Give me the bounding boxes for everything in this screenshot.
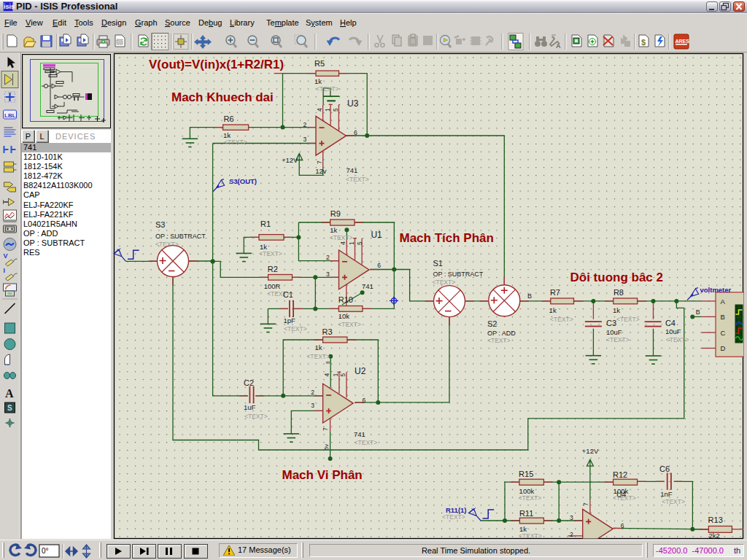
svg-text:R11(1): R11(1) [446,506,467,514]
svg-text:A: A [721,298,726,306]
svg-text:voltmeter: voltmeter [700,286,732,294]
svg-text:R1: R1 [260,219,271,228]
svg-text:U3: U3 [347,98,359,109]
svg-text:R7: R7 [550,288,560,297]
svg-text:1: 1 [332,373,339,377]
svg-text:R15: R15 [519,470,533,478]
svg-text:+12V: +12V [282,156,298,164]
svg-text:<TEXT>: <TEXT> [519,494,542,502]
svg-text:R2: R2 [268,265,278,273]
svg-text:$: $ [641,38,646,47]
svg-text:C2: C2 [244,378,254,387]
svg-text:7: 7 [322,427,329,431]
svg-text:Mach Tích Phân: Mach Tích Phân [400,231,494,245]
svg-text:0°: 0° [42,547,49,555]
svg-text:I: I [4,267,6,274]
svg-text:1k: 1k [549,306,557,314]
svg-text:<TEXT>: <TEXT> [259,250,282,257]
svg-text:B: B [527,292,532,300]
svg-text:V: V [4,252,8,260]
svg-text:741: 741 [362,282,374,290]
svg-text:<TEXT>: <TEXT> [613,494,636,502]
svg-text:1: 1 [324,108,331,112]
svg-text:Mach Khuech dai: Mach Khuech dai [171,90,274,104]
svg-text:R8: R8 [614,288,624,297]
svg-text:R13: R13 [708,516,723,524]
svg-text:OP : SUBTRACT: OP : SUBTRACT [433,271,483,278]
svg-text:<TEXT>: <TEXT> [244,413,268,420]
svg-text:6: 6 [354,129,357,136]
svg-text:U1: U1 [371,230,382,240]
svg-text:<TEXT>: <TEXT> [487,337,511,344]
svg-text:2: 2 [570,531,573,538]
svg-text:C3: C3 [606,319,616,327]
svg-text:R6: R6 [224,114,234,123]
svg-text:1nF: 1nF [660,490,673,498]
svg-text:12v: 12v [315,167,327,175]
svg-text:7: 7 [582,502,589,506]
svg-text:ARES: ARES [676,39,690,44]
svg-text:<TEXT>: <TEXT> [355,439,378,446]
svg-text:A: A [556,42,561,50]
svg-text:3: 3 [311,402,314,409]
svg-text:1uF: 1uF [244,403,256,411]
svg-text:R11: R11 [519,509,533,518]
svg-text:B: B [696,308,700,316]
svg-text:S3(OUT): S3(OUT) [229,177,257,185]
svg-text:1k: 1k [330,226,337,234]
svg-text:3: 3 [326,271,330,278]
svg-text:+12V: +12V [582,447,599,455]
svg-text:1k: 1k [314,343,322,351]
svg-text:6: 6 [621,522,624,529]
svg-text:S2: S2 [487,319,497,328]
svg-text:2k2: 2k2 [708,532,719,540]
svg-text:2: 2 [311,389,314,396]
svg-text:R12: R12 [613,470,627,479]
svg-text:5: 5 [332,108,339,112]
svg-text:<TEXT>: <TEXT> [346,176,369,183]
svg-text:<TEXT>: <TEXT> [606,336,630,343]
svg-text:<TEXT>: <TEXT> [433,279,456,286]
svg-text:5v: 5v [323,444,330,450]
svg-text:<TEXT>: <TEXT> [316,85,339,93]
svg-text:Dôi tuong bâc 2: Dôi tuong bâc 2 [570,271,664,284]
svg-text:<TEXT>: <TEXT> [338,321,361,328]
svg-text:<TEXT>: <TEXT> [442,513,465,521]
svg-text:741: 741 [354,430,365,438]
svg-text:100R: 100R [264,282,281,290]
svg-text:C1: C1 [283,290,293,299]
svg-text:5: 5 [339,373,347,377]
svg-text:1: 1 [348,241,355,245]
svg-text:6: 6 [363,397,366,404]
svg-text:8: 8 [325,361,330,364]
svg-text:R9: R9 [330,209,341,218]
svg-text:S: S [7,404,12,412]
svg-text:V(out)=V(in)x(1+R2/R1): V(out)=V(in)x(1+R2/R1) [149,58,284,71]
svg-text:10k: 10k [338,312,350,320]
svg-text:R10: R10 [338,295,353,304]
svg-text:R3: R3 [322,327,333,336]
svg-text:2: 2 [303,121,307,128]
svg-text:741: 741 [347,166,358,174]
svg-text:6: 6 [377,262,381,269]
svg-text:<TEXT>: <TEXT> [519,532,542,540]
svg-text:10uF: 10uF [665,327,681,335]
svg-text:S3: S3 [155,220,165,229]
svg-text:<TEXT>: <TEXT> [662,498,685,505]
svg-text:OP : ADD: OP : ADD [487,330,516,337]
svg-text:A: A [5,387,14,400]
svg-text:OP : SUBTRACT: OP : SUBTRACT [155,233,206,240]
svg-text:LBL: LBL [4,112,16,119]
svg-text:R5: R5 [314,59,325,68]
svg-text:<TEXT>: <TEXT> [155,241,179,248]
svg-text:<TEXT>: <TEXT> [284,325,307,332]
svg-text:3: 3 [570,514,573,521]
svg-text:Mach Vi Phân: Mach Vi Phân [282,468,363,482]
svg-text:2: 2 [326,254,330,261]
svg-text:4: 4 [323,373,330,377]
svg-text:1k: 1k [314,77,322,85]
svg-text:C6: C6 [659,464,670,473]
svg-text:4: 4 [316,108,323,112]
svg-text:<TEXT>: <TEXT> [666,336,689,343]
svg-text:<TEXT>: <TEXT> [616,316,640,323]
